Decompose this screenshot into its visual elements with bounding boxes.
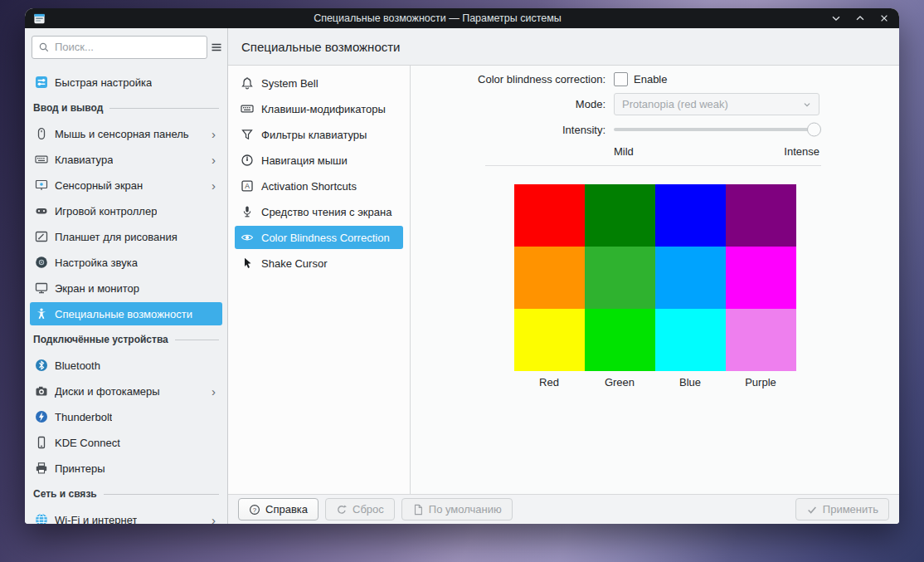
chevron-right-icon: › [212, 128, 217, 140]
subnav-item[interactable]: Средство чтения с экрана [235, 200, 403, 223]
help-button[interactable]: ? Справка [238, 498, 319, 520]
sidebar-item[interactable]: Планшет для рисования [30, 225, 222, 248]
accessibility-icon [35, 307, 48, 320]
section-divider-line [109, 108, 219, 109]
mode-select[interactable]: Protanopia (red weak) [614, 93, 819, 115]
thunderbolt-icon [35, 410, 48, 423]
correction-label: Color blindness correction: [411, 73, 614, 86]
subnav-item[interactable]: Навигация мыши [235, 149, 403, 172]
apply-button[interactable]: Применить [795, 498, 889, 520]
color-swatch [585, 247, 655, 309]
subnav-item[interactable]: AActivation Shortcuts [235, 174, 403, 198]
display-monitor-icon [35, 281, 48, 295]
sidebar-item[interactable]: Мышь и сенсорная панель› [30, 122, 222, 145]
keyboard-filter-icon [241, 128, 254, 141]
sidebar-item[interactable]: Специальные возможности [30, 302, 222, 325]
sidebar-item[interactable]: Thunderbolt [30, 405, 222, 428]
window-maximize-icon[interactable] [853, 12, 867, 25]
sidebar-item-label: Экран и монитор [55, 282, 139, 295]
mode-label: Mode: [411, 98, 614, 110]
reset-button[interactable]: Сброс [325, 498, 395, 520]
color-column-label: Purple [726, 376, 796, 389]
subnav-item-label: Color Blindness Correction [261, 232, 390, 244]
color-swatch [514, 309, 585, 371]
sidebar-list: Быстрая настройкаВвод и выводМышь и сенс… [25, 66, 227, 524]
sidebar-item[interactable]: Экран и монитор [30, 276, 222, 300]
sidebar-item-label: Игровой контроллер [55, 205, 157, 217]
footer-toolbar: ? Справка Сброс По умолчанию Примени [228, 494, 899, 524]
color-swatch [655, 184, 726, 247]
color-grid [514, 184, 796, 371]
gamepad-icon [35, 204, 48, 217]
subnav-item[interactable]: Клавиши-модификаторы [235, 97, 403, 120]
section-divider-line [104, 494, 219, 495]
sidebar-item[interactable]: Wi-Fi и интернет› [30, 508, 222, 524]
apply-button-label: Применить [823, 503, 878, 516]
color-swatch [655, 247, 726, 309]
keyboard-icon [35, 153, 48, 166]
defaults-button[interactable]: По умолчанию [401, 498, 513, 520]
slider-handle[interactable] [807, 123, 821, 137]
sidebar-section-label: Сеть и связь [33, 488, 97, 500]
touchscreen-icon [35, 178, 48, 192]
subnav-item-label: Навигация мыши [261, 154, 348, 167]
sidebar-item-label: Мышь и сенсорная панель [55, 128, 189, 140]
document-icon [412, 504, 424, 516]
subnav-item[interactable]: Color Blindness Correction [235, 226, 403, 249]
enable-label[interactable]: Enable [634, 73, 667, 86]
titlebar[interactable]: Специальные возможности — Параметры сист… [25, 8, 899, 28]
enable-checkbox[interactable] [614, 72, 628, 86]
hamburger-menu-button[interactable] [210, 36, 223, 59]
color-swatch [655, 309, 726, 371]
subnav-item[interactable]: Фильтры клавиатуры [235, 123, 403, 146]
sidebar-item[interactable]: Клавиатура› [30, 148, 222, 171]
reset-icon [336, 504, 348, 516]
subnav-item-label: System Bell [261, 77, 319, 90]
content-column: Специальные возможности System BellКлави… [228, 28, 899, 524]
sidebar-item[interactable]: Bluetooth [30, 354, 222, 377]
intensity-scale-labels: Mild Intense [614, 144, 819, 159]
sidebar-section-header: Подключённые устройства [30, 328, 222, 351]
subnav-item[interactable]: System Bell [235, 71, 403, 95]
bluetooth-icon [35, 359, 48, 372]
search-box[interactable] [32, 36, 207, 59]
search-input[interactable] [55, 41, 201, 53]
chevron-down-icon [801, 99, 813, 110]
intensity-slider[interactable] [614, 121, 819, 138]
section-divider-line [175, 340, 219, 340]
sidebar-item[interactable]: Принтеры [30, 457, 222, 480]
sidebar-item-label: Сенсорный экран [55, 179, 143, 192]
sidebar-item-label: Планшет для рисования [55, 231, 178, 243]
hamburger-menu-icon [210, 41, 223, 54]
sidebar-item[interactable]: Игровой контроллер [30, 199, 222, 222]
color-swatch [726, 184, 796, 247]
svg-text:?: ? [253, 506, 257, 513]
sidebar-item[interactable]: Сенсорный экран› [30, 173, 222, 197]
sidebar-item[interactable]: Настройка звука [30, 251, 222, 274]
search-icon [38, 42, 50, 53]
activation-shortcuts-icon: A [241, 179, 254, 193]
sidebar-item[interactable]: Диски и фотокамеры› [30, 379, 222, 403]
sidebar-item[interactable]: KDE Connect [30, 431, 222, 454]
color-swatch [514, 247, 585, 309]
sidebar-item[interactable]: Быстрая настройка [30, 71, 222, 94]
chevron-right-icon: › [212, 179, 217, 192]
subnav-item-label: Фильтры клавиатуры [261, 129, 367, 141]
color-swatch [585, 184, 655, 247]
window-close-icon[interactable] [878, 12, 891, 25]
mode-selected-value: Protanopia (red weak) [622, 98, 728, 110]
check-icon [806, 504, 818, 516]
subnav-item[interactable]: Shake Cursor [235, 252, 403, 275]
subnav-item-label: Activation Shortcuts [261, 180, 357, 193]
audio-volume-icon [35, 256, 48, 269]
bell-icon [241, 76, 254, 90]
sidebar-item-label: Клавиатура [55, 154, 113, 166]
drawing-tablet-icon [35, 230, 48, 243]
modifier-keys-icon [241, 102, 254, 115]
sidebar-item-label: Wi-Fi и интернет [55, 514, 137, 525]
sidebar-item-label: Принтеры [55, 462, 105, 475]
window-minimize-icon[interactable] [829, 12, 843, 25]
system-settings-window: Специальные возможности — Параметры сист… [25, 8, 899, 524]
mouse-icon [35, 127, 48, 140]
color-column-label: Red [514, 376, 585, 389]
